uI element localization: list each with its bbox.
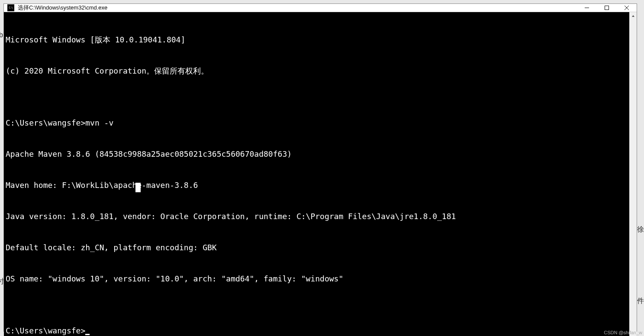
selection-cursor xyxy=(135,183,141,192)
chevron-up-icon xyxy=(631,14,635,18)
window-controls xyxy=(577,4,637,12)
cmd-icon: C:\ xyxy=(7,4,14,11)
window-titlebar[interactable]: C:\ 选择C:\Windows\system32\cmd.exe xyxy=(4,4,637,12)
terminal-line: Apache Maven 3.8.6 (84538c9988a25aec0850… xyxy=(6,149,629,159)
terminal-prompt-line: C:\Users\wangsfe> xyxy=(6,326,629,336)
svg-marker-4 xyxy=(632,15,634,17)
bg-fragment: b xyxy=(0,31,3,39)
terminal-output[interactable]: Microsoft Windows [版本 10.0.19041.804] (c… xyxy=(4,12,629,336)
terminal-line: (c) 2020 Microsoft Corporation。保留所有权利。 xyxy=(6,66,629,76)
svg-rect-1 xyxy=(605,6,609,10)
window-title: 选择C:\Windows\system32\cmd.exe xyxy=(18,4,577,12)
text-cursor xyxy=(85,334,90,335)
minimize-button[interactable] xyxy=(577,4,597,12)
terminal-container: Microsoft Windows [版本 10.0.19041.804] (c… xyxy=(4,12,637,336)
terminal-prompt: C:\Users\wangsfe> xyxy=(6,326,85,335)
cmd-window: C:\ 选择C:\Windows\system32\cmd.exe Micros… xyxy=(3,3,637,332)
terminal-line: Default locale: zh_CN, platform encoding… xyxy=(6,242,629,253)
terminal-line: Java version: 1.8.0_181, vendor: Oracle … xyxy=(6,211,629,222)
scrollbar-up-button[interactable] xyxy=(629,12,637,19)
close-icon xyxy=(625,6,629,10)
terminal-line: Maven home: F:\WorkLib\apache-maven-3.8.… xyxy=(6,180,629,191)
maximize-icon xyxy=(605,6,609,10)
watermark-text: CSDN @shifan_w xyxy=(604,330,642,335)
bg-fragment: 徐 xyxy=(637,225,644,234)
cmd-icon-text: C:\ xyxy=(9,6,13,10)
terminal-scrollbar[interactable] xyxy=(629,12,637,336)
bg-fragment: 件 xyxy=(637,297,644,306)
close-button[interactable] xyxy=(617,4,637,12)
maximize-button[interactable] xyxy=(597,4,617,12)
minimize-icon xyxy=(585,6,589,10)
terminal-line: Microsoft Windows [版本 10.0.19041.804] xyxy=(6,35,629,45)
terminal-line: C:\Users\wangsfe>mvn -v xyxy=(6,118,629,128)
terminal-line: OS name: "windows 10", version: "10.0", … xyxy=(6,274,629,284)
